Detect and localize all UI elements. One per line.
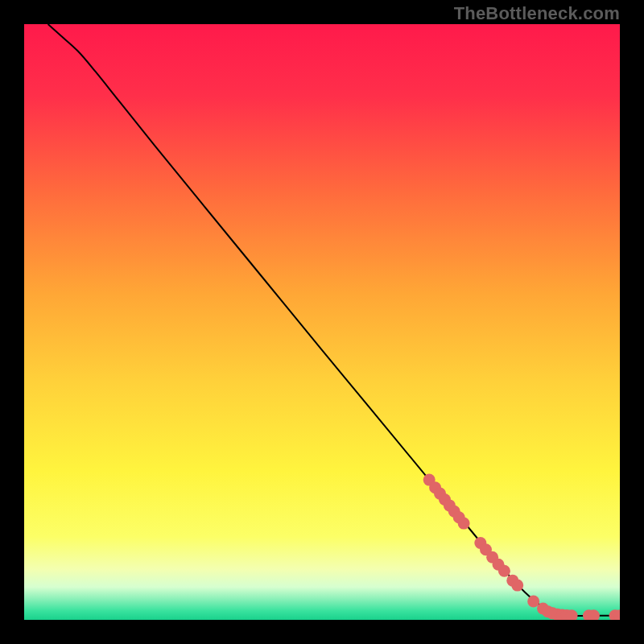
data-point [527, 596, 539, 608]
watermark-text: TheBottleneck.com [454, 3, 620, 24]
chart-frame: TheBottleneck.com [0, 0, 644, 644]
gradient-background [24, 24, 620, 620]
chart-svg [24, 24, 620, 620]
data-point [458, 518, 470, 530]
data-point [511, 580, 523, 592]
plot-area [24, 24, 620, 620]
data-point [498, 565, 510, 577]
